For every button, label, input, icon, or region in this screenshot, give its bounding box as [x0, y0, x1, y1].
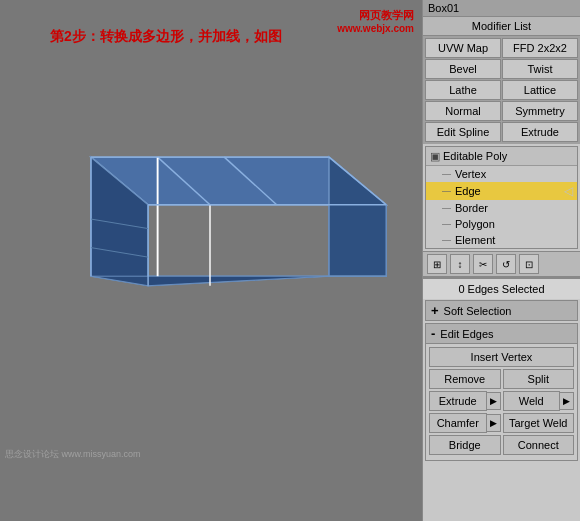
extrude-weld-row: Extrude ▶ Weld ▶ [429, 391, 574, 411]
extrude-button[interactable]: Extrude [429, 391, 487, 411]
dash-icon: — [442, 169, 451, 179]
border-label: Border [455, 202, 488, 214]
edit-spline-button[interactable]: Edit Spline [425, 122, 501, 142]
watermark-line1: 网页教学网 [337, 8, 414, 23]
chamfer-group: Chamfer ▶ [429, 413, 501, 433]
modifier-button-grid: UVW Map FFD 2x2x2 Bevel Twist Lathe Latt… [423, 36, 580, 144]
edit-edges-label: Edit Edges [440, 328, 493, 340]
edit-edges-content: Insert Vertex Remove Split Extrude ▶ Wel… [425, 344, 578, 461]
title-bar: Box01 [423, 0, 580, 17]
edge-label: Edge [455, 185, 481, 197]
weld-group: Weld ▶ [503, 391, 575, 411]
toolbar-icon-1[interactable]: ⊞ [427, 254, 447, 274]
weld-arrow-button[interactable]: ▶ [560, 392, 574, 410]
toolbar-icon-4[interactable]: ↺ [496, 254, 516, 274]
svg-marker-3 [329, 157, 386, 276]
toolbar-icon-3[interactable]: ✂ [473, 254, 493, 274]
dash-icon-element: — [442, 235, 451, 245]
connect-button[interactable]: Connect [503, 435, 575, 455]
expand-icon: ▣ [430, 150, 440, 163]
toolbar-icon-5[interactable]: ⊡ [519, 254, 539, 274]
main-container: 网页教学网 www.webjx.com 第2步：转换成多边形，并加线，如图 [0, 0, 580, 521]
vertex-label: Vertex [455, 168, 486, 180]
bridge-button[interactable]: Bridge [429, 435, 501, 455]
edge-item[interactable]: — Edge ◁ [426, 182, 577, 200]
bridge-connect-row: Bridge Connect [429, 435, 574, 455]
polygon-item[interactable]: — Polygon [426, 216, 577, 232]
soft-selection-label: Soft Selection [444, 305, 512, 317]
poly-tree-header[interactable]: ▣ Editable Poly ◁ [426, 147, 577, 166]
poly-arrow-icon: ◁ [564, 149, 573, 163]
watermark-bottom: 思念设计论坛 www.missyuan.com [5, 448, 141, 461]
modifier-list-header[interactable]: Modifier List [423, 17, 580, 36]
viewport: 网页教学网 www.webjx.com 第2步：转换成多边形，并加线，如图 [0, 0, 422, 521]
border-item[interactable]: — Border [426, 200, 577, 216]
edit-edges-header[interactable]: - Edit Edges [425, 323, 578, 344]
vertex-item[interactable]: — Vertex [426, 166, 577, 182]
poly-tree: ▣ Editable Poly ◁ — Vertex — Edge ◁ — Bo… [425, 146, 578, 249]
dash-icon-edge: — [442, 186, 451, 196]
remove-button[interactable]: Remove [429, 369, 501, 389]
3d-box [30, 100, 390, 300]
icon-toolbar: ⊞ ↕ ✂ ↺ ⊡ [423, 251, 580, 277]
edge-arrow-icon: ◁ [564, 184, 573, 198]
toolbar-icon-2[interactable]: ↕ [450, 254, 470, 274]
weld-button[interactable]: Weld [503, 391, 561, 411]
normal-button[interactable]: Normal [425, 101, 501, 121]
chamfer-arrow-button[interactable]: ▶ [487, 414, 501, 432]
ffd-button[interactable]: FFD 2x2x2 [502, 38, 578, 58]
selection-count: 0 Edges Selected [423, 277, 580, 299]
soft-selection-panel: + Soft Selection [425, 300, 578, 321]
insert-vertex-button[interactable]: Insert Vertex [429, 347, 574, 367]
lattice-button[interactable]: Lattice [502, 80, 578, 100]
chamfer-button[interactable]: Chamfer [429, 413, 487, 433]
extrude-arrow-button[interactable]: ▶ [487, 392, 501, 410]
element-item[interactable]: — Element [426, 232, 577, 248]
step-text: 第2步：转换成多边形，并加线，如图 [50, 28, 282, 46]
edit-edges-panel: - Edit Edges Insert Vertex Remove Split … [425, 323, 578, 461]
chamfer-target-weld-row: Chamfer ▶ Target Weld [429, 413, 574, 433]
lathe-button[interactable]: Lathe [425, 80, 501, 100]
extrude-modifier-button[interactable]: Extrude [502, 122, 578, 142]
split-button[interactable]: Split [503, 369, 575, 389]
element-label: Element [455, 234, 495, 246]
symmetry-button[interactable]: Symmetry [502, 101, 578, 121]
soft-selection-header[interactable]: + Soft Selection [425, 300, 578, 321]
polygon-label: Polygon [455, 218, 495, 230]
uvw-map-button[interactable]: UVW Map [425, 38, 501, 58]
right-panel: Box01 Modifier List UVW Map FFD 2x2x2 Be… [422, 0, 580, 521]
dash-icon-border: — [442, 203, 451, 213]
remove-split-row: Remove Split [429, 369, 574, 389]
watermark-line2: www.webjx.com [337, 23, 414, 34]
dash-icon-polygon: — [442, 219, 451, 229]
extrude-group: Extrude ▶ [429, 391, 501, 411]
target-weld-button[interactable]: Target Weld [503, 413, 575, 433]
watermark-top: 网页教学网 www.webjx.com [337, 8, 414, 34]
editable-poly-label: Editable Poly [443, 150, 507, 162]
twist-button[interactable]: Twist [502, 59, 578, 79]
bevel-button[interactable]: Bevel [425, 59, 501, 79]
soft-selection-sign: + [431, 303, 439, 318]
edit-edges-sign: - [431, 326, 435, 341]
